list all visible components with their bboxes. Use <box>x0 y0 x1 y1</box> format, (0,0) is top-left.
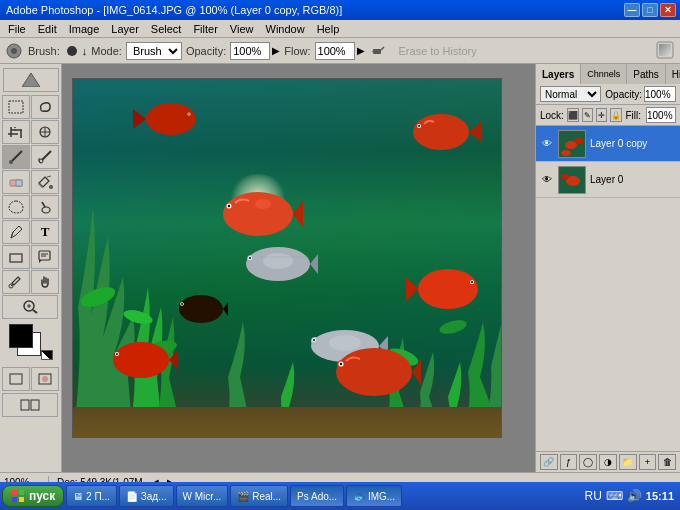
screen-mode-btn[interactable] <box>2 393 58 417</box>
patch-tool[interactable] <box>31 120 59 144</box>
layer-opacity-input[interactable] <box>644 86 676 102</box>
start-button[interactable]: пуск <box>2 485 64 507</box>
svg-rect-3 <box>373 49 381 54</box>
swap-colors-icon[interactable] <box>41 350 53 360</box>
delete-layer-btn[interactable]: 🗑 <box>658 454 676 470</box>
tab-history[interactable]: History <box>666 64 680 84</box>
svg-point-83 <box>340 363 342 365</box>
tool-row-9 <box>2 295 59 319</box>
fish-2 <box>133 94 203 144</box>
mode-dropdown[interactable]: Brush Pencil Block <box>126 42 182 60</box>
svg-rect-7 <box>659 44 671 56</box>
paint-bucket-tool[interactable] <box>31 170 59 194</box>
menu-filter[interactable]: Filter <box>187 21 223 37</box>
layer-style-btn[interactable]: ƒ <box>560 454 578 470</box>
opacity-input[interactable] <box>230 42 270 60</box>
layers-spacer <box>536 198 680 451</box>
history-brush-tool[interactable] <box>31 145 59 169</box>
mode-label: Mode: <box>91 45 122 57</box>
layer-name-0: Layer 0 <box>590 174 676 185</box>
menu-layer[interactable]: Layer <box>105 21 145 37</box>
minimize-button[interactable]: — <box>624 3 640 17</box>
menu-edit[interactable]: Edit <box>32 21 63 37</box>
fish-1 <box>406 104 481 159</box>
title-bar: Adobe Photoshop - [IMG_0614.JPG @ 100% (… <box>0 0 680 20</box>
foreground-color-swatch[interactable] <box>9 324 33 348</box>
opacity-label: Opacity: <box>186 45 226 57</box>
tool-row-6: T <box>2 220 59 244</box>
tool-row-1 <box>2 95 59 119</box>
taskbar-btn-1[interactable]: 📄 Зад... <box>119 485 174 507</box>
menu-view[interactable]: View <box>224 21 260 37</box>
dodge-tool[interactable] <box>31 195 59 219</box>
fish-4 <box>238 239 318 289</box>
eyedropper-tool[interactable] <box>2 270 30 294</box>
blur-tool[interactable] <box>2 195 30 219</box>
layer-eye-0-copy[interactable]: 👁 <box>540 137 554 151</box>
menu-select[interactable]: Select <box>145 21 188 37</box>
tab-paths[interactable]: Paths <box>627 64 666 84</box>
menu-help[interactable]: Help <box>311 21 346 37</box>
layer-eye-0[interactable]: 👁 <box>540 173 554 187</box>
taskbar-btn-4[interactable]: Ps Ado... <box>290 485 344 507</box>
tab-layers[interactable]: Layers <box>536 64 581 84</box>
layer-item-0[interactable]: 👁 Layer 0 <box>536 162 680 198</box>
fish-scene <box>73 79 501 437</box>
layer-mask-btn[interactable]: ◯ <box>579 454 597 470</box>
airbrush-icon[interactable] <box>369 42 387 60</box>
flow-field: ▶ <box>315 42 365 60</box>
maximize-button[interactable]: □ <box>642 3 658 17</box>
menu-window[interactable]: Window <box>260 21 311 37</box>
svg-rect-96 <box>19 490 24 495</box>
color-swatches[interactable] <box>9 324 53 360</box>
layer-group-btn[interactable]: 📁 <box>619 454 637 470</box>
taskbar-btn-0[interactable]: 🖥 2 П... <box>66 485 117 507</box>
lock-all-btn[interactable]: 🔒 <box>610 108 622 122</box>
move-tool[interactable] <box>3 68 59 92</box>
blend-mode-dropdown[interactable]: Normal Multiply Screen <box>540 86 601 102</box>
svg-rect-22 <box>16 180 22 186</box>
flow-input[interactable] <box>315 42 355 60</box>
lasso-tool[interactable] <box>31 95 59 119</box>
pen-tool[interactable] <box>2 220 30 244</box>
tool-preset-icon[interactable] <box>4 41 24 61</box>
tab-channels[interactable]: Chnnels <box>581 64 627 84</box>
menu-file[interactable]: File <box>2 21 32 37</box>
menu-image[interactable]: Image <box>63 21 106 37</box>
svg-point-79 <box>471 281 473 283</box>
quick-mask-btn[interactable] <box>31 367 59 391</box>
fish-5 <box>103 332 178 387</box>
standard-mode-btn[interactable] <box>2 367 30 391</box>
crop-tool[interactable] <box>2 120 30 144</box>
brush-label: Brush: <box>28 45 60 57</box>
brush-tool[interactable] <box>2 145 30 169</box>
lock-move-btn[interactable]: ✛ <box>596 108 607 122</box>
notes-tool[interactable] <box>31 245 59 269</box>
text-tool[interactable]: T <box>31 220 59 244</box>
lock-image-btn[interactable]: ✎ <box>582 108 593 122</box>
svg-point-84 <box>179 295 223 323</box>
lock-transparent-btn[interactable]: ⬛ <box>567 108 579 122</box>
layer-item-0-copy[interactable]: 👁 Layer 0 copy <box>536 126 680 162</box>
shape-tool[interactable] <box>2 245 30 269</box>
taskbar-btn-5-label: 🐟 IMG... <box>353 491 395 502</box>
taskbar-btn-2[interactable]: W Micr... <box>176 485 229 507</box>
close-button[interactable]: ✕ <box>660 3 676 17</box>
marquee-tool[interactable] <box>2 95 30 119</box>
eraser-tool[interactable] <box>2 170 30 194</box>
canvas-image <box>72 78 502 438</box>
hand-tool[interactable] <box>31 270 59 294</box>
svg-point-67 <box>113 342 169 378</box>
svg-point-48 <box>413 114 469 150</box>
svg-rect-9 <box>9 101 23 113</box>
new-layer-btn[interactable]: + <box>639 454 657 470</box>
layer-fill-input[interactable] <box>646 107 676 123</box>
lock-label: Lock: <box>540 110 564 121</box>
layer-link-btn[interactable]: 🔗 <box>540 454 558 470</box>
brush-field: ↓ <box>64 43 88 59</box>
layer-adjustment-btn[interactable]: ◑ <box>599 454 617 470</box>
taskbar-btn-3[interactable]: 🎬 Real... <box>230 485 288 507</box>
taskbar-btn-5[interactable]: 🐟 IMG... <box>346 485 402 507</box>
zoom-tool[interactable] <box>2 295 58 319</box>
fish-9 <box>173 289 228 329</box>
